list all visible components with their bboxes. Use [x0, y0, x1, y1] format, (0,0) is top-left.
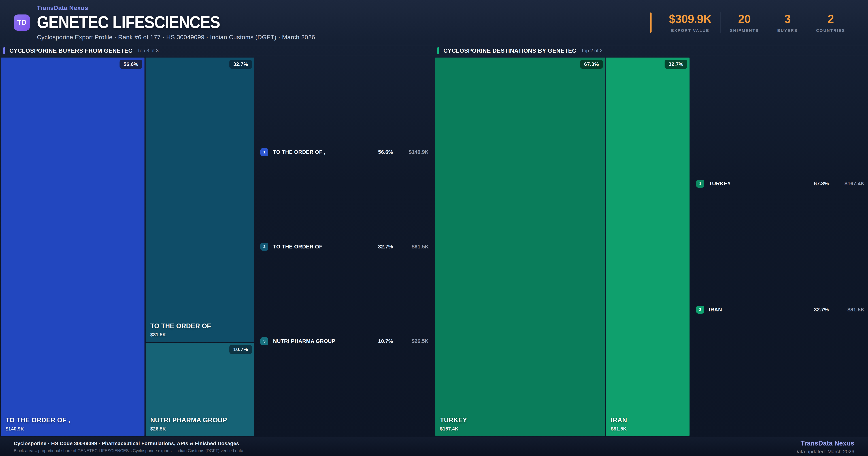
list-name: TO THE ORDER OF [273, 244, 322, 250]
block-value: $81.5K [611, 426, 627, 432]
rank-badge: 1 [260, 148, 268, 156]
rank-badge: 1 [696, 180, 704, 188]
list-value: $140.9K [397, 149, 429, 155]
stat-value: 20 [730, 12, 759, 26]
stat-label: SHIPMENTS [730, 28, 759, 33]
list-pct: 56.6% [364, 149, 393, 155]
block-value: $140.9K [6, 426, 70, 432]
panel-top-note: Top 3 of 3 [137, 48, 159, 54]
block-name: TURKEY [440, 417, 467, 424]
list-item[interactable]: 2 IRAN 32.7% $81.5K [696, 304, 864, 315]
destinations-list: 1 TURKEY 67.3% $167.4K 2 IRAN 32.7% $81.… [696, 58, 864, 436]
list-item[interactable]: 1 TURKEY 67.3% $167.4K [696, 178, 864, 189]
rank-badge: 2 [696, 306, 704, 314]
header-identity: TD TransData Nexus GENETEC LIFESCIENCES … [14, 4, 315, 41]
treemap-block-buyer-2[interactable]: 32.7% TO THE ORDER OF $81.5K [146, 58, 254, 342]
footer-updated: Data updated: March 2026 [794, 449, 854, 455]
list-pct: 32.7% [364, 244, 393, 250]
rank-badge: 3 [260, 337, 268, 345]
share-badge: 32.7% [664, 60, 687, 69]
destinations-accent-bar [437, 47, 439, 54]
list-name: TO THE ORDER OF , [273, 149, 326, 155]
block-value: $26.5K [150, 426, 227, 432]
stat-shipments: 20 SHIPMENTS [720, 12, 768, 33]
header: TD TransData Nexus GENETEC LIFESCIENCES … [0, 0, 868, 46]
export-profile-dashboard: TD TransData Nexus GENETEC LIFESCIENCES … [0, 0, 868, 456]
block-label: TO THE ORDER OF , $140.9K [6, 417, 70, 432]
stat-value: 3 [777, 12, 798, 26]
block-value: $167.4K [440, 426, 467, 432]
share-badge: 67.3% [580, 60, 603, 69]
panel-title: CYCLOSPORINE DESTINATIONS BY GENETEC [443, 48, 576, 54]
stats-accent-bar [650, 12, 652, 33]
list-value: $167.4K [833, 180, 864, 187]
list-pct: 67.3% [800, 180, 829, 187]
page-subtitle: Cyclosporine Export Profile · Rank #6 of… [37, 34, 315, 41]
block-label: NUTRI PHARMA GROUP $26.5K [150, 417, 227, 432]
panel-top-note: Top 2 of 2 [581, 48, 602, 54]
destinations-panel-header: CYCLOSPORINE DESTINATIONS BY GENETEC Top… [434, 46, 868, 56]
header-text-block: TransData Nexus GENETEC LIFESCIENCES Cyc… [37, 4, 315, 41]
footer-product-line: Cyclosporine · HS Code 30049099 · Pharma… [14, 440, 243, 447]
block-value: $81.5K [150, 332, 211, 338]
rank-badge: 2 [260, 243, 268, 251]
block-label: TURKEY $167.4K [440, 417, 467, 432]
block-name: TO THE ORDER OF , [6, 417, 70, 424]
stat-label: BUYERS [777, 28, 798, 33]
stat-label: EXPORT VALUE [669, 28, 711, 33]
list-name: NUTRI PHARMA GROUP [273, 338, 335, 344]
stat-label: COUNTRIES [816, 28, 845, 33]
page-title: GENETEC LIFESCIENCES [37, 13, 287, 31]
panel-title: CYCLOSPORINE BUYERS FROM GENETEC [9, 48, 132, 54]
list-pct: 32.7% [800, 307, 829, 313]
share-badge: 10.7% [229, 345, 252, 354]
footer-brand: TransData Nexus [794, 439, 854, 447]
footer-note: Block area = proportional share of GENET… [14, 448, 243, 453]
stat-countries: 2 COUNTRIES [807, 12, 854, 33]
block-name: IRAN [611, 417, 627, 424]
list-name: IRAN [709, 307, 722, 313]
share-badge: 56.6% [120, 60, 142, 69]
buyers-accent-bar [3, 47, 5, 54]
destinations-panel: CYCLOSPORINE DESTINATIONS BY GENETEC Top… [434, 46, 868, 437]
treemap-block-turkey[interactable]: 67.3% TURKEY $167.4K [435, 58, 605, 436]
treemap-block-iran[interactable]: 32.7% IRAN $81.5K [606, 58, 689, 436]
stat-value: $309.9K [669, 12, 711, 26]
list-pct: 10.7% [364, 338, 393, 344]
buyers-panel-header: CYCLOSPORINE BUYERS FROM GENETEC Top 3 o… [0, 46, 434, 56]
header-stats: $309.9K EXPORT VALUE 20 SHIPMENTS 3 BUYE… [650, 12, 854, 33]
list-item[interactable]: 1 TO THE ORDER OF , 56.6% $140.9K [260, 147, 429, 158]
buyers-panel: CYCLOSPORINE BUYERS FROM GENETEC Top 3 o… [0, 46, 434, 437]
block-name: TO THE ORDER OF [150, 322, 211, 330]
treemap-block-buyer-1[interactable]: 56.6% TO THE ORDER OF , $140.9K [1, 58, 145, 436]
list-item[interactable]: 3 NUTRI PHARMA GROUP 10.7% $26.5K [260, 336, 429, 347]
list-value: $26.5K [397, 338, 429, 344]
brand-logo: TD [14, 15, 30, 31]
stat-value: 2 [816, 12, 845, 26]
treemap-block-buyer-3[interactable]: 10.7% NUTRI PHARMA GROUP $26.5K [146, 343, 254, 436]
block-label: IRAN $81.5K [611, 417, 627, 432]
footer-left: Cyclosporine · HS Code 30049099 · Pharma… [14, 440, 243, 453]
block-name: NUTRI PHARMA GROUP [150, 417, 227, 424]
brand-name: TransData Nexus [37, 4, 315, 11]
list-value: $81.5K [833, 307, 864, 313]
block-label: TO THE ORDER OF $81.5K [150, 322, 211, 338]
list-value: $81.5K [397, 244, 429, 250]
list-item[interactable]: 2 TO THE ORDER OF 32.7% $81.5K [260, 241, 429, 252]
list-name: TURKEY [709, 180, 731, 187]
stat-export-value: $309.9K EXPORT VALUE [660, 12, 720, 33]
footer: Cyclosporine · HS Code 30049099 · Pharma… [0, 437, 868, 456]
share-badge: 32.7% [229, 60, 252, 69]
footer-right: TransData Nexus Data updated: March 2026 [794, 439, 854, 455]
stat-buyers: 3 BUYERS [768, 12, 807, 33]
buyers-list: 1 TO THE ORDER OF , 56.6% $140.9K 2 TO T… [260, 58, 429, 436]
